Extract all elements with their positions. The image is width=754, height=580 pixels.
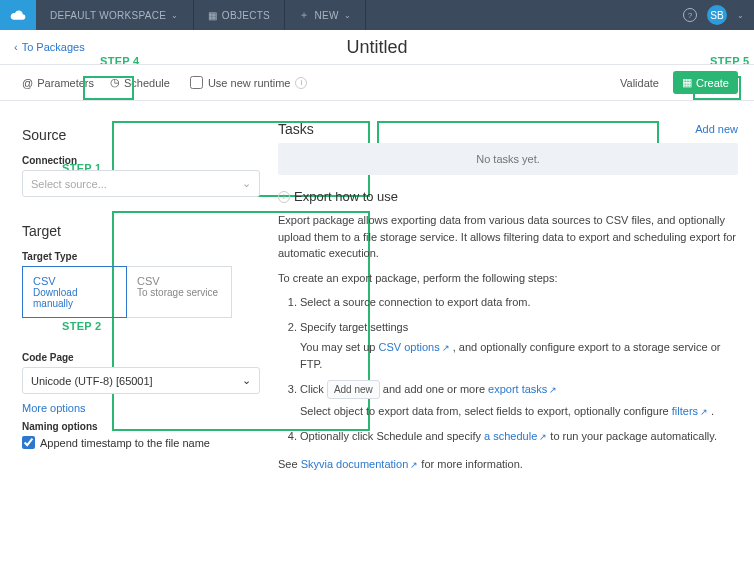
app-logo[interactable]	[0, 0, 36, 30]
source-connection-select[interactable]: Select source... ⌄	[22, 170, 260, 197]
use-new-runtime-checkbox[interactable]	[190, 76, 203, 89]
howto-step-3: Click Add new and add one or more export…	[300, 380, 738, 420]
use-new-runtime-toggle[interactable]: Use new runtime i	[190, 76, 308, 89]
howto-intro: Export package allows exporting data fro…	[278, 212, 738, 262]
more-options-link[interactable]: More options	[22, 402, 86, 414]
schedule-tab[interactable]: ◷ Schedule	[104, 72, 176, 93]
objects-nav[interactable]: ▦ OBJECTS	[194, 0, 286, 30]
howto-step-4: Optionally click Schedule and specify a …	[300, 428, 738, 445]
grid-icon: ▦	[208, 10, 217, 21]
add-task-link[interactable]: Add new	[695, 123, 738, 135]
save-icon: ▦	[682, 76, 692, 89]
source-panel: Source Connection Select source... ⌄	[16, 121, 266, 203]
tasks-title: Tasks	[278, 121, 314, 137]
add-new-inline-button: Add new	[327, 380, 380, 399]
help-icon[interactable]: ?	[683, 8, 697, 22]
tasks-empty-msg: No tasks yet.	[278, 143, 738, 175]
create-button[interactable]: ▦ Create	[673, 71, 738, 94]
tabbar: @ Parameters ◷ Schedule Use new runtime …	[0, 65, 754, 101]
page-title: Untitled	[346, 37, 407, 58]
howto-intro2: To create an export package, perform the…	[278, 270, 738, 287]
avatar[interactable]: SB	[707, 5, 727, 25]
howto-step-1: Select a source connection to export dat…	[300, 294, 738, 311]
schedule-link[interactable]: a schedule	[484, 430, 547, 442]
howto-title: i Export how to use	[278, 189, 738, 204]
plus-icon: ＋	[299, 8, 309, 22]
source-title: Source	[22, 127, 260, 143]
topbar: DEFAULT WORKSPACE ⌄ ▦ OBJECTS ＋ NEW ⌄ ? …	[0, 0, 754, 30]
back-link[interactable]: ‹ To Packages	[0, 41, 85, 53]
code-page-select[interactable]: Unicode (UTF-8) [65001] ⌄	[22, 367, 260, 394]
target-type-csv-storage[interactable]: CSV To storage service	[127, 266, 232, 318]
chevron-down-icon[interactable]: ⌄	[737, 11, 744, 20]
clock-icon: ◷	[110, 76, 120, 89]
filters-link[interactable]: filters	[672, 405, 708, 417]
append-timestamp-checkbox[interactable]	[22, 436, 35, 449]
chevron-down-icon: ⌄	[171, 11, 178, 20]
target-title: Target	[22, 223, 260, 239]
chevron-left-icon: ‹	[14, 41, 18, 53]
workspace-selector[interactable]: DEFAULT WORKSPACE ⌄	[36, 0, 194, 30]
chevron-down-icon: ⌄	[242, 374, 251, 387]
parameters-tab[interactable]: @ Parameters	[16, 73, 100, 93]
howto-footer: See Skyvia documentation for more inform…	[278, 456, 738, 473]
documentation-link[interactable]: Skyvia documentation	[301, 458, 419, 470]
new-label: NEW	[314, 10, 338, 21]
target-panel: Target Target Type CSV Download manually…	[16, 217, 266, 455]
target-type-csv-download[interactable]: CSV Download manually	[22, 266, 127, 318]
chevron-down-icon: ⌄	[242, 177, 251, 190]
cloud-icon	[10, 9, 26, 21]
back-label: To Packages	[22, 41, 85, 53]
csv-options-link[interactable]: CSV options	[378, 341, 449, 353]
naming-options-label: Naming options	[22, 421, 260, 432]
connection-label: Connection	[22, 155, 260, 166]
export-tasks-link[interactable]: export tasks	[488, 383, 557, 395]
subheader: ‹ To Packages Untitled	[0, 30, 754, 65]
workspace-label: DEFAULT WORKSPACE	[50, 10, 166, 21]
howto-step-2: Specify target settings You may set up C…	[300, 319, 738, 373]
tasks-panel: Tasks Add new No tasks yet.	[278, 121, 738, 175]
at-icon: @	[22, 77, 33, 89]
objects-label: OBJECTS	[222, 10, 270, 21]
info-icon[interactable]: i	[295, 77, 307, 89]
content: Source Connection Select source... ⌄ Tar…	[0, 101, 754, 511]
target-type-label: Target Type	[22, 251, 260, 262]
new-nav[interactable]: ＋ NEW ⌄	[285, 0, 366, 30]
validate-link[interactable]: Validate	[620, 77, 659, 89]
append-timestamp-option[interactable]: Append timestamp to the file name	[22, 436, 260, 449]
chevron-down-icon: ⌄	[344, 11, 351, 20]
code-page-label: Code Page	[22, 352, 260, 363]
howto-panel: i Export how to use Export package allow…	[278, 189, 738, 481]
info-icon: i	[278, 191, 290, 203]
